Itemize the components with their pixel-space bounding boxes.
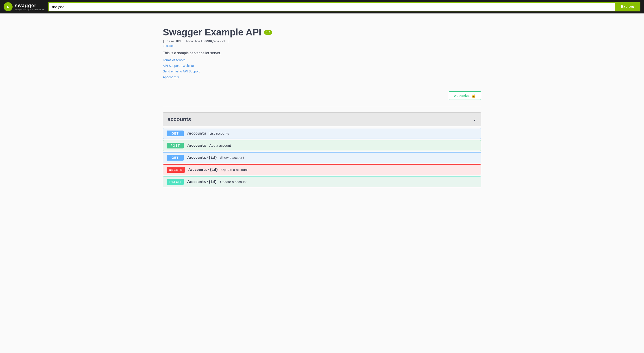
api-info: Swagger Example API 1.0 [ Base URL: loca… (163, 22, 481, 87)
terms-of-service-link[interactable]: Terms of service (163, 58, 481, 63)
method-badge-patch: PATCH (166, 179, 184, 185)
api-title: Swagger Example API (163, 27, 262, 38)
endpoint-patch-accounts-id[interactable]: PATCH /accounts/{id} Update a account (163, 176, 481, 187)
section-title-accounts: accounts (168, 116, 191, 122)
endpoint-post-accounts[interactable]: POST /accounts Add a account (163, 140, 481, 151)
send-email-link[interactable]: Send email to API Support (163, 69, 481, 74)
endpoint-desc: Show a account (220, 156, 244, 160)
doc-link[interactable]: doc.json (163, 44, 481, 48)
api-description: This is a sample server celler server. (163, 51, 481, 55)
endpoint-desc: Update a account (220, 180, 247, 184)
explore-button[interactable]: Explore (615, 2, 640, 12)
lock-icon: 🔓 (471, 94, 476, 98)
endpoints-list: GET /accounts List accounts POST /accoun… (163, 126, 481, 189)
method-badge-get: GET (166, 155, 184, 160)
method-badge-delete: DELETE (166, 167, 185, 173)
endpoint-path: /accounts (187, 131, 206, 136)
base-url: [ Base URL: localhost:8080/api/v1 ] (163, 40, 481, 43)
search-bar: Explore (48, 2, 640, 12)
chevron-down-icon: ⌄ (472, 116, 476, 122)
main-content: Swagger Example API 1.0 [ Base URL: loca… (158, 14, 486, 194)
logo-area: S swagger Supported by SMARTBEAR (4, 2, 45, 11)
app-header: S swagger Supported by SMARTBEAR Explore (0, 0, 644, 14)
endpoint-path: /accounts/{id} (187, 180, 217, 184)
api-support-website-link[interactable]: API Support - Website (163, 63, 481, 69)
authorize-button[interactable]: Authorize 🔓 (449, 91, 481, 100)
endpoint-get-accounts-id[interactable]: GET /accounts/{id} Show a account (163, 152, 481, 163)
logo-subtitle: Supported by SMARTBEAR (15, 8, 45, 11)
method-badge-get: GET (166, 130, 184, 136)
method-badge-post: POST (166, 143, 184, 148)
api-title-row: Swagger Example API 1.0 (163, 27, 481, 38)
endpoint-desc: Add a account (210, 144, 231, 147)
swagger-logo-icon: S (4, 2, 12, 11)
endpoint-path: /accounts/{id} (188, 168, 218, 172)
section-header-accounts[interactable]: accounts ⌄ (163, 112, 481, 126)
authorize-section: Authorize 🔓 (163, 87, 481, 107)
svg-text:S: S (7, 5, 9, 8)
endpoint-desc: Update a account (221, 168, 248, 172)
search-input[interactable] (48, 2, 615, 12)
authorize-label: Authorize (454, 94, 470, 98)
version-badge: 1.0 (264, 30, 272, 35)
logo-text: swagger Supported by SMARTBEAR (15, 3, 45, 11)
endpoint-delete-accounts-id[interactable]: DELETE /accounts/{id} Update a account (163, 164, 481, 175)
logo-title: swagger (15, 3, 45, 8)
license-link[interactable]: Apache 2.0 (163, 74, 481, 80)
endpoint-path: /accounts/{id} (187, 156, 217, 160)
endpoint-path: /accounts (187, 143, 206, 148)
accounts-section: accounts ⌄ GET /accounts List accounts P… (163, 112, 481, 189)
endpoint-desc: List accounts (210, 132, 229, 135)
endpoint-get-accounts[interactable]: GET /accounts List accounts (163, 128, 481, 139)
